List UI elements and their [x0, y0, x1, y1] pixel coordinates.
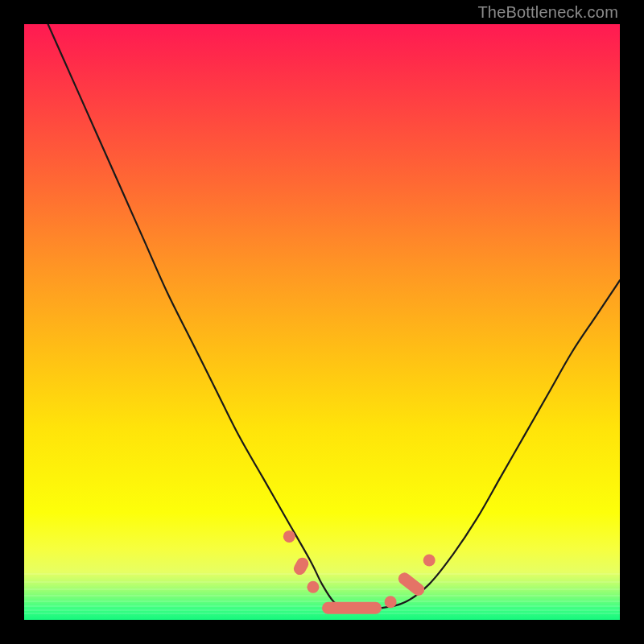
bottleneck-curve — [48, 24, 620, 609]
app-frame: TheBottleneck.com — [0, 0, 644, 644]
watermark-text: TheBottleneck.com — [477, 3, 618, 22]
plot-area — [24, 24, 620, 620]
curve-markers — [283, 530, 436, 614]
curve-marker-dot — [423, 555, 436, 567]
curve-marker-pill — [291, 555, 311, 577]
curve-marker-dot — [307, 581, 319, 593]
curve-marker-pill — [322, 602, 382, 614]
curve-svg — [24, 24, 620, 620]
curve-marker-dot — [283, 530, 295, 543]
curve-marker-pill — [396, 570, 427, 598]
curve-marker-dot — [385, 596, 397, 608]
